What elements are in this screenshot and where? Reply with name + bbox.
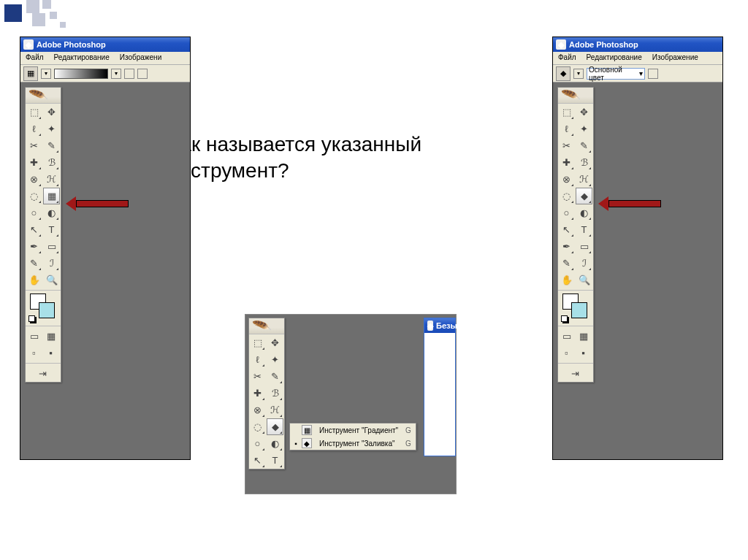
tool-path[interactable]: ↖ [26,221,42,238]
menu-image[interactable]: Изображени [115,52,167,64]
screen-full[interactable]: ▪ [575,345,592,361]
tool-dodge[interactable]: ◐ [576,204,592,221]
tool-history[interactable]: ℋ [576,171,592,188]
tool-history[interactable]: ℋ [267,402,283,418]
tool-brush[interactable]: ℬ [576,154,592,171]
tool-slice[interactable]: ✎ [43,137,60,154]
tool-stamp[interactable]: ⊗ [26,171,42,188]
tool-move[interactable]: ✥ [43,104,60,120]
tool-blur[interactable]: ○ [558,204,575,221]
gradient-type-linear[interactable] [124,69,134,79]
tool-blur[interactable]: ○ [26,204,42,221]
mode-quickmask[interactable]: ▦ [575,328,592,345]
tool-eraser[interactable]: ◌ [26,188,42,204]
mode-standard[interactable]: ▭ [558,328,575,345]
tool-bucket[interactable]: ◆ [576,188,592,204]
screen-full[interactable]: ▪ [42,345,59,361]
tool-shape[interactable]: ▭ [43,238,60,255]
tool-gradient[interactable]: ▦ [43,188,60,204]
tool-notes[interactable]: ✎ [26,255,42,272]
tool-stamp[interactable]: ⊗ [249,402,266,418]
tool-slice[interactable]: ✎ [267,368,283,385]
tool-dodge[interactable]: ◐ [267,435,283,452]
tool-healing[interactable]: ✚ [249,385,266,402]
default-colors-icon[interactable] [28,315,36,323]
tool-notes[interactable]: ✎ [558,255,575,272]
tool-eyedrop[interactable]: ℐ [576,255,592,272]
menu-file[interactable]: Файл [20,52,49,64]
tool-brush[interactable]: ℬ [43,154,60,171]
tool-stamp[interactable]: ⊗ [558,171,575,188]
tool-bucket[interactable]: ◆ [267,418,283,435]
tool-preset-icon[interactable]: ◆ [556,66,570,81]
gradient-type-radial[interactable] [137,69,148,79]
tool-hand[interactable]: ✋ [26,272,42,288]
tool-lasso[interactable]: ℓ [558,120,575,137]
tool-type[interactable]: T [576,221,592,238]
tool-path[interactable]: ↖ [249,452,266,469]
screen-standard[interactable]: ▫ [26,345,42,361]
toolbox: 🪶 ⬚ ✥ ℓ ✦ ✂ ✎ ✚ ℬ ⊗ ℋ ◌ ◆ ○ ◐ ↖ T [248,318,285,469]
screen-standard[interactable]: ▫ [558,345,575,361]
tool-move[interactable]: ✥ [267,334,283,351]
jump-to-imageready[interactable]: ⇥ [558,365,592,382]
background-swatch[interactable] [571,302,587,318]
tool-history[interactable]: ℋ [43,171,60,188]
opt-extra[interactable] [648,69,658,79]
tool-healing[interactable]: ✚ [558,154,575,171]
menu-image[interactable]: Изображение [647,52,703,64]
tool-lasso[interactable]: ℓ [26,120,42,137]
tool-preset-icon[interactable]: ▦ [23,66,38,81]
gradient-dropdown[interactable]: ▾ [111,69,121,79]
tool-marquee[interactable]: ⬚ [558,104,575,120]
tool-marquee[interactable]: ⬚ [249,334,266,351]
color-swatches[interactable] [26,292,61,324]
tool-type[interactable]: T [267,452,283,469]
tool-eraser[interactable]: ◌ [249,418,266,435]
flyout-item-gradient[interactable]: ▦ Инструмент "Градиент" G [290,423,416,437]
menu-edit[interactable]: Редактирование [581,52,647,64]
gradient-preview[interactable] [54,69,108,79]
menubar: Файл Редактирование Изображение [553,52,722,65]
default-colors-icon[interactable] [561,315,568,323]
menu-edit[interactable]: Редактирование [49,52,115,64]
bucket-icon: ◆ [302,438,312,448]
tool-zoom[interactable]: 🔍 [576,272,592,288]
tool-pen[interactable]: ✒ [26,238,42,255]
tool-brush[interactable]: ℬ [267,385,283,402]
tool-dodge[interactable]: ◐ [43,204,60,221]
tool-hand[interactable]: ✋ [558,272,575,288]
tool-crop[interactable]: ✂ [249,368,266,385]
tool-crop[interactable]: ✂ [26,137,42,154]
tool-type[interactable]: T [43,221,60,238]
tool-marquee[interactable]: ⬚ [26,104,42,120]
tool-preset-dropdown[interactable]: ▾ [41,69,51,79]
tool-path[interactable]: ↖ [558,221,575,238]
tool-blur[interactable]: ○ [249,435,266,452]
tool-crop[interactable]: ✂ [558,137,575,154]
ps-app-icon: ◆ [23,39,34,50]
tool-eyedrop[interactable]: ℐ [43,255,60,272]
tool-move[interactable]: ✥ [576,104,592,120]
tool-shape[interactable]: ▭ [576,238,592,255]
pointer-arrow-right [598,198,661,210]
tool-zoom[interactable]: 🔍 [43,272,60,288]
tool-eraser[interactable]: ◌ [558,188,575,204]
toolbox-feather-icon: 🪶 [560,85,581,106]
jump-to-imageready[interactable]: ⇥ [26,365,59,382]
tool-pen[interactable]: ✒ [558,238,575,255]
tool-wand[interactable]: ✦ [576,120,592,137]
fill-area-select[interactable]: Основной цвет▾ [587,68,645,80]
mode-quickmask[interactable]: ▦ [42,328,59,345]
tool-preset-dropdown[interactable]: ▾ [573,69,584,79]
tool-lasso[interactable]: ℓ [249,351,266,368]
flyout-item-bucket[interactable]: ▪ ◆ Инструмент "Заливка" G [290,437,416,450]
mode-standard[interactable]: ▭ [26,328,42,345]
tool-wand[interactable]: ✦ [43,120,60,137]
background-swatch[interactable] [39,302,55,318]
menu-file[interactable]: Файл [553,52,581,64]
tool-slice[interactable]: ✎ [576,137,592,154]
tool-wand[interactable]: ✦ [267,351,283,368]
color-swatches[interactable] [558,292,593,324]
tool-healing[interactable]: ✚ [26,154,42,171]
